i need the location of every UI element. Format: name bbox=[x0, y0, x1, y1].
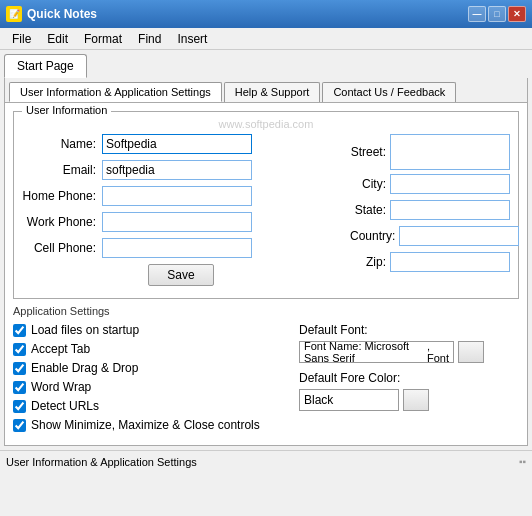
title-bar: 📝 Quick Notes — □ ✕ bbox=[0, 0, 532, 28]
enable-drag-label: Enable Drag & Drop bbox=[31, 361, 138, 375]
country-input[interactable] bbox=[399, 226, 519, 246]
zip-input[interactable] bbox=[390, 252, 510, 272]
enable-drag-checkbox[interactable] bbox=[13, 362, 26, 375]
color-row: Black bbox=[299, 389, 519, 411]
watermark-text: www.softpedia.com bbox=[22, 118, 510, 130]
street-label: Street: bbox=[350, 145, 390, 159]
state-input[interactable] bbox=[390, 200, 510, 220]
load-files-label: Load files on startup bbox=[31, 323, 139, 337]
color-picker-button[interactable] bbox=[403, 389, 429, 411]
tab-contact-feedback[interactable]: Contact Us / Feedback bbox=[322, 82, 456, 102]
menu-file[interactable]: File bbox=[4, 30, 39, 48]
checkbox-enable-drag: Enable Drag & Drop bbox=[13, 361, 289, 375]
menu-bar: File Edit Format Find Insert bbox=[0, 28, 532, 50]
cell-phone-label: Cell Phone: bbox=[22, 241, 102, 255]
color-value-text: Black bbox=[304, 393, 333, 407]
menu-edit[interactable]: Edit bbox=[39, 30, 76, 48]
work-phone-label: Work Phone: bbox=[22, 215, 102, 229]
status-bar: User Information & Application Settings … bbox=[0, 450, 532, 472]
word-wrap-label: Word Wrap bbox=[31, 380, 91, 394]
close-button[interactable]: ✕ bbox=[508, 6, 526, 22]
accept-tab-label: Accept Tab bbox=[31, 342, 90, 356]
cell-phone-input[interactable] bbox=[102, 238, 252, 258]
city-input[interactable] bbox=[390, 174, 510, 194]
name-input[interactable] bbox=[102, 134, 252, 154]
city-label: City: bbox=[350, 177, 390, 191]
font-color-column: Default Font: Font Name: Microsoft Sans … bbox=[299, 323, 519, 437]
user-info-section: User Information www.softpedia.com Name:… bbox=[13, 111, 519, 299]
checkboxes-column: Load files on startup Accept Tab Enable … bbox=[13, 323, 289, 437]
app-settings-label: Application Settings bbox=[13, 305, 519, 317]
resize-grip: ▪▪ bbox=[519, 456, 526, 467]
tab-help-support[interactable]: Help & Support bbox=[224, 82, 321, 102]
font-picker-button[interactable] bbox=[458, 341, 484, 363]
window-title: Quick Notes bbox=[27, 7, 97, 21]
app-icon: 📝 bbox=[6, 6, 22, 22]
status-text: User Information & Application Settings bbox=[6, 456, 197, 468]
checkbox-load-files: Load files on startup bbox=[13, 323, 289, 337]
default-fore-color-label: Default Fore Color: bbox=[299, 371, 519, 385]
font-name-row: Font Name: Microsoft Sans Serif, Font bbox=[299, 341, 519, 363]
menu-format[interactable]: Format bbox=[76, 30, 130, 48]
country-label: Country: bbox=[350, 229, 399, 243]
checkbox-accept-tab: Accept Tab bbox=[13, 342, 289, 356]
menu-insert[interactable]: Insert bbox=[169, 30, 215, 48]
zip-label: Zip: bbox=[350, 255, 390, 269]
color-name-display: Black bbox=[299, 389, 399, 411]
minimize-button[interactable]: — bbox=[468, 6, 486, 22]
email-input[interactable] bbox=[102, 160, 252, 180]
load-files-checkbox[interactable] bbox=[13, 324, 26, 337]
home-phone-label: Home Phone: bbox=[22, 189, 102, 203]
show-controls-label: Show Minimize, Maximize & Close controls bbox=[31, 418, 260, 432]
save-button[interactable]: Save bbox=[148, 264, 213, 286]
tab-user-info-settings[interactable]: User Information & Application Settings bbox=[9, 82, 222, 102]
checkbox-show-controls: Show Minimize, Maximize & Close controls bbox=[13, 418, 289, 432]
email-label: Email: bbox=[22, 163, 102, 177]
street-input[interactable] bbox=[390, 134, 510, 170]
default-font-label: Default Font: bbox=[299, 323, 519, 337]
checkbox-detect-urls: Detect URLs bbox=[13, 399, 289, 413]
tab-start-page[interactable]: Start Page bbox=[4, 54, 87, 78]
user-info-legend: User Information bbox=[22, 104, 111, 116]
state-label: State: bbox=[350, 203, 390, 217]
show-controls-checkbox[interactable] bbox=[13, 419, 26, 432]
titlebar-controls: — □ ✕ bbox=[468, 6, 526, 22]
checkbox-word-wrap: Word Wrap bbox=[13, 380, 289, 394]
app-settings-section: Application Settings Load files on start… bbox=[13, 305, 519, 437]
work-phone-input[interactable] bbox=[102, 212, 252, 232]
word-wrap-checkbox[interactable] bbox=[13, 381, 26, 394]
font-name-display: Font Name: Microsoft Sans Serif, Font bbox=[299, 341, 454, 363]
name-label: Name: bbox=[22, 137, 102, 151]
maximize-button[interactable]: □ bbox=[488, 6, 506, 22]
accept-tab-checkbox[interactable] bbox=[13, 343, 26, 356]
home-phone-input[interactable] bbox=[102, 186, 252, 206]
detect-urls-label: Detect URLs bbox=[31, 399, 99, 413]
detect-urls-checkbox[interactable] bbox=[13, 400, 26, 413]
menu-find[interactable]: Find bbox=[130, 30, 169, 48]
